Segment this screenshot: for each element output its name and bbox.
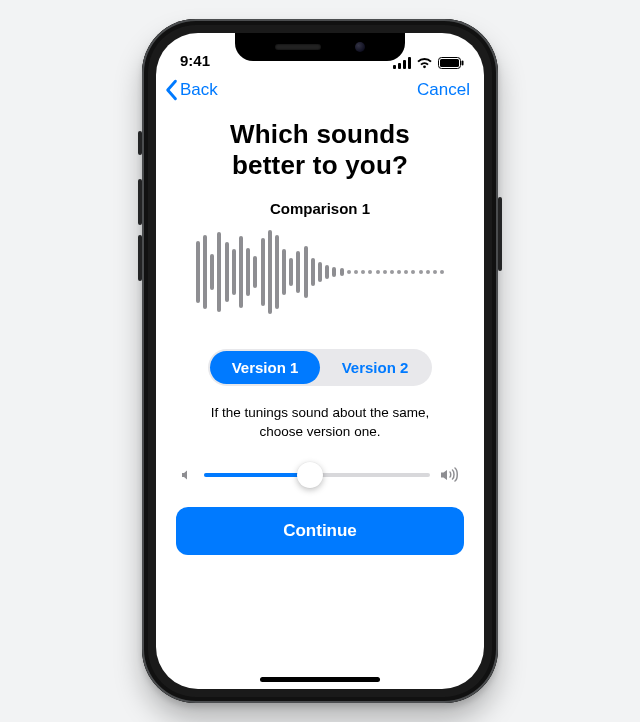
phone-body: 9:41 (142, 19, 498, 703)
wifi-icon (416, 57, 433, 69)
svg-rect-1 (398, 63, 401, 69)
waveform-bar (217, 232, 221, 312)
waveform-dot (433, 270, 437, 274)
back-button[interactable]: Back (164, 79, 218, 101)
segment-version-1-label: Version 1 (232, 359, 299, 376)
waveform-dot (397, 270, 401, 274)
waveform-bar (289, 258, 293, 286)
cellular-icon (393, 57, 411, 69)
comparison-label: Comparison 1 (176, 200, 464, 217)
waveform-bar (225, 242, 229, 302)
title-line-2: better to you? (232, 150, 408, 180)
waveform-bar (282, 249, 286, 295)
screen: 9:41 (156, 33, 484, 689)
waveform-dot (390, 270, 394, 274)
hint-line-1: If the tunings sound about the same, (211, 405, 429, 420)
waveform-bar (232, 249, 236, 295)
cancel-button[interactable]: Cancel (417, 80, 470, 100)
waveform-bar (332, 267, 336, 277)
waveform-bar (246, 248, 250, 296)
continue-label: Continue (283, 521, 357, 540)
waveform-dot (419, 270, 423, 274)
svg-rect-5 (440, 59, 459, 67)
front-camera (355, 42, 365, 52)
waveform-bar (318, 262, 322, 282)
waveform-dot (404, 270, 408, 274)
segment-version-2-label: Version 2 (342, 359, 409, 376)
volume-slider-thumb[interactable] (297, 462, 323, 488)
waveform-bar (261, 238, 265, 306)
title-line-1: Which sounds (230, 119, 410, 149)
waveform-bar (210, 254, 214, 290)
status-time: 9:41 (180, 52, 210, 69)
segment-version-2[interactable]: Version 2 (320, 351, 430, 384)
hint-line-2: choose version one. (260, 424, 381, 439)
waveform-dot (376, 270, 380, 274)
waveform-bar (196, 241, 200, 303)
waveform-bar (325, 265, 329, 279)
waveform-bar (203, 235, 207, 309)
svg-rect-6 (462, 61, 464, 66)
volume-high-icon (440, 467, 460, 483)
waveform-bar (340, 268, 344, 276)
waveform-bar (275, 235, 279, 309)
waveform-dot (426, 270, 430, 274)
waveform-dot (347, 270, 351, 274)
waveform-bar (253, 256, 257, 288)
waveform-bar (268, 230, 272, 314)
waveform-bar (304, 246, 308, 298)
svg-rect-3 (408, 57, 411, 69)
waveform-dot (361, 270, 365, 274)
power-hw-button (498, 197, 502, 271)
nav-bar: Back Cancel (156, 71, 484, 101)
continue-button[interactable]: Continue (176, 507, 464, 555)
svg-rect-2 (403, 60, 406, 69)
home-indicator[interactable] (260, 677, 380, 682)
version-segmented-control[interactable]: Version 1 Version 2 (208, 349, 432, 386)
page-title: Which sounds better to you? (176, 119, 464, 180)
waveform-dot (411, 270, 415, 274)
waveform-dot (354, 270, 358, 274)
waveform-bar (311, 258, 315, 286)
notch (235, 33, 405, 61)
waveform-dot (368, 270, 372, 274)
phone-frame: 9:41 (142, 19, 498, 703)
back-label: Back (180, 80, 218, 100)
chevron-left-icon (164, 79, 178, 101)
waveform-bar (296, 251, 300, 293)
volume-slider[interactable] (204, 473, 430, 477)
hint-text: If the tunings sound about the same, cho… (190, 404, 450, 440)
waveform-bar (239, 236, 243, 308)
waveform-dot (383, 270, 387, 274)
volume-low-icon (180, 468, 194, 482)
svg-rect-0 (393, 65, 396, 69)
content: Which sounds better to you? Comparison 1… (156, 101, 484, 555)
earpiece (275, 44, 321, 50)
waveform (176, 229, 464, 315)
volume-slider-row (176, 467, 464, 483)
battery-icon (438, 57, 464, 69)
volume-slider-fill (204, 473, 310, 477)
waveform-dot (440, 270, 444, 274)
segment-version-1[interactable]: Version 1 (210, 351, 320, 384)
status-icons (393, 57, 464, 69)
